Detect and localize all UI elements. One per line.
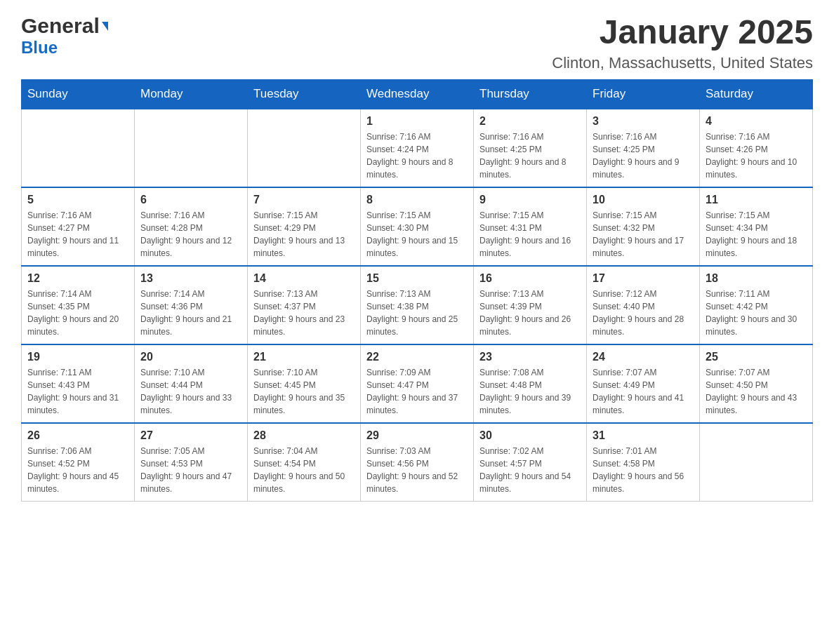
calendar-cell: 10Sunrise: 7:15 AMSunset: 4:32 PMDayligh… <box>587 187 700 266</box>
calendar-cell: 20Sunrise: 7:10 AMSunset: 4:44 PMDayligh… <box>135 344 248 423</box>
logo-general-text: General <box>21 14 100 38</box>
calendar-cell: 28Sunrise: 7:04 AMSunset: 4:54 PMDayligh… <box>248 423 361 502</box>
weekday-saturday: Saturday <box>700 79 813 109</box>
weekday-monday: Monday <box>135 79 248 109</box>
day-info: Sunrise: 7:16 AMSunset: 4:26 PMDaylight:… <box>706 130 807 181</box>
weekday-header-row: SundayMondayTuesdayWednesdayThursdayFrid… <box>22 79 813 109</box>
calendar-cell: 17Sunrise: 7:12 AMSunset: 4:40 PMDayligh… <box>587 266 700 344</box>
calendar-cell: 21Sunrise: 7:10 AMSunset: 4:45 PMDayligh… <box>248 344 361 423</box>
day-info: Sunrise: 7:01 AMSunset: 4:58 PMDaylight:… <box>593 445 694 495</box>
day-info: Sunrise: 7:16 AMSunset: 4:25 PMDaylight:… <box>479 130 581 181</box>
day-info: Sunrise: 7:12 AMSunset: 4:40 PMDaylight:… <box>593 288 694 338</box>
calendar-cell: 7Sunrise: 7:15 AMSunset: 4:29 PMDaylight… <box>248 187 361 266</box>
day-info: Sunrise: 7:13 AMSunset: 4:39 PMDaylight:… <box>479 288 581 338</box>
calendar-title: January 2025 <box>552 14 813 51</box>
calendar-cell <box>248 109 361 187</box>
day-number: 10 <box>593 194 694 206</box>
day-info: Sunrise: 7:16 AMSunset: 4:27 PMDaylight:… <box>27 209 128 260</box>
day-number: 7 <box>253 194 355 206</box>
day-info: Sunrise: 7:06 AMSunset: 4:52 PMDaylight:… <box>27 445 128 495</box>
calendar-subtitle: Clinton, Massachusetts, United States <box>552 54 813 72</box>
weekday-sunday: Sunday <box>22 79 135 109</box>
day-number: 18 <box>706 272 807 285</box>
calendar-cell: 25Sunrise: 7:07 AMSunset: 4:50 PMDayligh… <box>700 344 813 423</box>
day-info: Sunrise: 7:16 AMSunset: 4:25 PMDaylight:… <box>593 130 694 181</box>
calendar-cell: 24Sunrise: 7:07 AMSunset: 4:49 PMDayligh… <box>587 344 700 423</box>
day-number: 11 <box>706 194 807 206</box>
day-info: Sunrise: 7:13 AMSunset: 4:38 PMDaylight:… <box>366 288 468 338</box>
day-number: 1 <box>366 115 468 128</box>
day-number: 27 <box>140 429 241 442</box>
week-row-1: 1Sunrise: 7:16 AMSunset: 4:24 PMDaylight… <box>22 109 813 187</box>
day-info: Sunrise: 7:05 AMSunset: 4:53 PMDaylight:… <box>140 445 241 495</box>
week-row-4: 19Sunrise: 7:11 AMSunset: 4:43 PMDayligh… <box>22 344 813 423</box>
weekday-thursday: Thursday <box>474 79 587 109</box>
day-info: Sunrise: 7:15 AMSunset: 4:34 PMDaylight:… <box>706 209 807 260</box>
day-number: 31 <box>593 429 694 442</box>
calendar-cell: 9Sunrise: 7:15 AMSunset: 4:31 PMDaylight… <box>474 187 587 266</box>
weekday-wednesday: Wednesday <box>361 79 474 109</box>
calendar-cell: 26Sunrise: 7:06 AMSunset: 4:52 PMDayligh… <box>22 423 135 502</box>
calendar-cell: 6Sunrise: 7:16 AMSunset: 4:28 PMDaylight… <box>135 187 248 266</box>
day-info: Sunrise: 7:10 AMSunset: 4:44 PMDaylight:… <box>140 366 241 417</box>
day-info: Sunrise: 7:15 AMSunset: 4:31 PMDaylight:… <box>479 209 581 260</box>
weekday-tuesday: Tuesday <box>248 79 361 109</box>
day-number: 30 <box>479 429 581 442</box>
day-info: Sunrise: 7:11 AMSunset: 4:43 PMDaylight:… <box>27 366 128 417</box>
day-info: Sunrise: 7:14 AMSunset: 4:35 PMDaylight:… <box>27 288 128 338</box>
day-number: 5 <box>27 194 128 206</box>
calendar-cell <box>700 423 813 502</box>
calendar-cell: 23Sunrise: 7:08 AMSunset: 4:48 PMDayligh… <box>474 344 587 423</box>
day-number: 16 <box>479 272 581 285</box>
logo: General Blue <box>21 14 108 58</box>
calendar-cell: 30Sunrise: 7:02 AMSunset: 4:57 PMDayligh… <box>474 423 587 502</box>
day-number: 28 <box>253 429 355 442</box>
day-info: Sunrise: 7:09 AMSunset: 4:47 PMDaylight:… <box>366 366 468 417</box>
day-info: Sunrise: 7:11 AMSunset: 4:42 PMDaylight:… <box>706 288 807 338</box>
day-info: Sunrise: 7:15 AMSunset: 4:29 PMDaylight:… <box>253 209 355 260</box>
day-number: 17 <box>593 272 694 285</box>
title-section: January 2025 Clinton, Massachusetts, Uni… <box>552 14 813 72</box>
day-number: 24 <box>593 351 694 363</box>
week-row-3: 12Sunrise: 7:14 AMSunset: 4:35 PMDayligh… <box>22 266 813 344</box>
day-info: Sunrise: 7:16 AMSunset: 4:24 PMDaylight:… <box>366 130 468 181</box>
day-number: 20 <box>140 351 241 363</box>
calendar-cell: 4Sunrise: 7:16 AMSunset: 4:26 PMDaylight… <box>700 109 813 187</box>
day-number: 26 <box>27 429 128 442</box>
day-number: 8 <box>366 194 468 206</box>
calendar-cell: 19Sunrise: 7:11 AMSunset: 4:43 PMDayligh… <box>22 344 135 423</box>
calendar-cell: 5Sunrise: 7:16 AMSunset: 4:27 PMDaylight… <box>22 187 135 266</box>
page-header: General Blue January 2025 Clinton, Massa… <box>21 14 813 72</box>
week-row-2: 5Sunrise: 7:16 AMSunset: 4:27 PMDaylight… <box>22 187 813 266</box>
day-number: 4 <box>706 115 807 128</box>
calendar-cell: 27Sunrise: 7:05 AMSunset: 4:53 PMDayligh… <box>135 423 248 502</box>
calendar-cell: 22Sunrise: 7:09 AMSunset: 4:47 PMDayligh… <box>361 344 474 423</box>
calendar-cell: 16Sunrise: 7:13 AMSunset: 4:39 PMDayligh… <box>474 266 587 344</box>
calendar-table: SundayMondayTuesdayWednesdayThursdayFrid… <box>21 79 813 502</box>
day-info: Sunrise: 7:16 AMSunset: 4:28 PMDaylight:… <box>140 209 241 260</box>
calendar-cell: 2Sunrise: 7:16 AMSunset: 4:25 PMDaylight… <box>474 109 587 187</box>
day-info: Sunrise: 7:02 AMSunset: 4:57 PMDaylight:… <box>479 445 581 495</box>
calendar-cell: 29Sunrise: 7:03 AMSunset: 4:56 PMDayligh… <box>361 423 474 502</box>
day-number: 15 <box>366 272 468 285</box>
logo-triangle-icon <box>102 22 108 31</box>
day-number: 21 <box>253 351 355 363</box>
day-number: 14 <box>253 272 355 285</box>
calendar-cell: 14Sunrise: 7:13 AMSunset: 4:37 PMDayligh… <box>248 266 361 344</box>
day-number: 29 <box>366 429 468 442</box>
weekday-friday: Friday <box>587 79 700 109</box>
day-info: Sunrise: 7:03 AMSunset: 4:56 PMDaylight:… <box>366 445 468 495</box>
day-number: 22 <box>366 351 468 363</box>
day-number: 12 <box>27 272 128 285</box>
calendar-cell: 12Sunrise: 7:14 AMSunset: 4:35 PMDayligh… <box>22 266 135 344</box>
calendar-cell <box>22 109 135 187</box>
calendar-cell: 18Sunrise: 7:11 AMSunset: 4:42 PMDayligh… <box>700 266 813 344</box>
calendar-cell: 31Sunrise: 7:01 AMSunset: 4:58 PMDayligh… <box>587 423 700 502</box>
calendar-header: SundayMondayTuesdayWednesdayThursdayFrid… <box>22 79 813 109</box>
week-row-5: 26Sunrise: 7:06 AMSunset: 4:52 PMDayligh… <box>22 423 813 502</box>
day-number: 2 <box>479 115 581 128</box>
day-info: Sunrise: 7:07 AMSunset: 4:50 PMDaylight:… <box>706 366 807 417</box>
calendar-cell: 11Sunrise: 7:15 AMSunset: 4:34 PMDayligh… <box>700 187 813 266</box>
day-info: Sunrise: 7:15 AMSunset: 4:30 PMDaylight:… <box>366 209 468 260</box>
day-number: 13 <box>140 272 241 285</box>
